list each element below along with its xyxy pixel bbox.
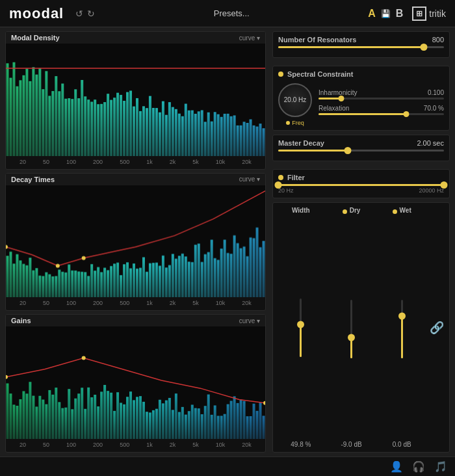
spectral-content: 20.0 Hz Freq Inharmonicity 0.100 [278, 83, 444, 126]
decay-times-chart: 20 50 100 200 500 1k 2k 5k 10k 20k [6, 185, 265, 308]
resonators-label: Number Of Resonators [278, 36, 356, 44]
btn-b[interactable]: B [396, 8, 404, 20]
gains-chart: 20 50 100 200 500 1k 2k 5k 10k 20k [6, 326, 265, 449]
resonators-slider-track[interactable] [278, 46, 444, 48]
undo-icon[interactable]: ↺ [75, 8, 83, 19]
resonators-slider-thumb[interactable] [421, 44, 428, 51]
header: moodal ↺ ↻ Presets... A 💾 B ⊞ tritik [0, 0, 455, 27]
filter-section: Filter 20 Hz 20000 Hz [272, 169, 450, 198]
redo-icon[interactable]: ↻ [87, 8, 95, 19]
resonators-value: 800 [418, 36, 444, 44]
tritik-label: tritik [429, 8, 446, 19]
freq-label-100: 100 [66, 159, 76, 165]
footer: 👤 🎧 🎵 [0, 456, 455, 476]
gains-curve[interactable]: curve ▾ [239, 317, 260, 324]
dry-led [343, 209, 347, 214]
inharmonicity-slider-track[interactable] [318, 98, 444, 99]
wet-led-label: Wet [393, 207, 411, 217]
footer-icon-2[interactable]: 🎧 [412, 460, 425, 473]
decay-times-panel: Decay Times curve ▾ 20 50 100 200 500 1k… [5, 173, 266, 311]
relaxation-label: Relaxation [318, 105, 349, 112]
tritik-box: ⊞ [412, 7, 426, 21]
wet-fader-thumb[interactable] [398, 312, 406, 319]
tritik-logo: ⊞ tritik [412, 7, 446, 21]
wet-fader-track[interactable] [401, 300, 403, 358]
resonators-section: Number Of Resonators 800 [272, 31, 450, 58]
filter-label: Filter [287, 174, 305, 181]
modal-density-canvas [6, 44, 265, 156]
gains-freq-labels: 20 50 100 200 500 1k 2k 5k 10k 20k [6, 442, 265, 448]
decay-times-canvas [6, 185, 265, 298]
footer-icon-1[interactable]: 👤 [390, 460, 403, 473]
master-decay-row: Master Decay 2.00 sec [278, 139, 444, 147]
master-decay-slider-thumb[interactable] [344, 147, 352, 154]
decay-times-freq-labels: 20 50 100 200 500 1k 2k 5k 10k 20k [6, 300, 265, 306]
ab-section: A 💾 B [368, 8, 403, 20]
wet-fader-fill [401, 316, 403, 358]
width-fader-track[interactable] [300, 298, 302, 357]
inharmonicity-slider-thumb[interactable] [338, 96, 344, 101]
freq-label-500: 500 [120, 159, 129, 165]
freq-label-2k: 2k [170, 159, 176, 165]
filter-led[interactable] [278, 175, 283, 180]
freq-label-1k: 1k [146, 159, 153, 165]
presets-button[interactable]: Presets... [214, 8, 250, 18]
filter-slider-track[interactable] [278, 184, 444, 186]
relaxation-slider-thumb[interactable] [404, 111, 410, 117]
filter-low-thumb[interactable] [275, 181, 282, 189]
spectral-led[interactable] [278, 72, 283, 77]
decay-times-header: Decay Times curve ▾ [6, 174, 265, 185]
freq-label-50: 50 [43, 159, 49, 165]
left-panels: Modal Density curve ▾ 20 50 100 200 500 … [0, 27, 270, 456]
resonators-slider-fill [278, 46, 424, 48]
wet-label: Wet [400, 207, 411, 214]
dry-fader-group: Dry -9.0 dB [329, 207, 374, 448]
gains-canvas [6, 326, 265, 439]
relaxation-slider-track[interactable] [318, 113, 444, 115]
width-value: 49.8 % [291, 441, 311, 448]
spectral-label: Spectral Constraint [287, 70, 353, 78]
freq-label-text: Freq [292, 120, 304, 126]
width-label: Width [292, 207, 310, 214]
gains-header: Gains curve ▾ [6, 315, 265, 326]
modal-density-freq-labels: 20 50 100 200 500 1k 2k 5k 10k 20k [6, 159, 265, 165]
inharmonicity-value: 0.100 [419, 89, 444, 96]
freq-knob[interactable]: 20.0 Hz [278, 83, 312, 117]
width-fader-thumb[interactable] [297, 321, 304, 328]
spectral-sliders: Inharmonicity 0.100 Relaxation 70.0 % [318, 89, 444, 120]
decay-times-curve[interactable]: curve ▾ [239, 176, 260, 183]
width-fader-fill [300, 324, 302, 357]
width-fader-group: Width 49.8 % [278, 207, 324, 448]
filter-range: 20 Hz 20000 Hz [278, 187, 444, 194]
relaxation-slider-fill [318, 113, 406, 115]
wet-led [393, 209, 397, 214]
filter-high-label: 20000 Hz [419, 187, 444, 194]
dry-fader-track[interactable] [350, 300, 352, 358]
dry-led-label: Dry [343, 207, 361, 217]
freq-label-20k: 20k [242, 159, 252, 165]
inharmonicity-label: Inharmonicity [318, 89, 357, 96]
modal-density-chart: 20 50 100 200 500 1k 2k 5k 10k 20k [6, 44, 265, 166]
wet-value: 0.0 dB [393, 441, 411, 448]
modal-density-curve[interactable]: curve ▾ [239, 34, 260, 42]
link-icon[interactable]: 🔗 [430, 321, 444, 335]
footer-icon-3[interactable]: 🎵 [434, 460, 447, 473]
freq-knob-area: 20.0 Hz Freq [278, 83, 312, 126]
bottom-row: Width 49.8 % Dry [278, 207, 444, 448]
modal-density-title: Modal Density [11, 34, 60, 42]
gains-panel: Gains curve ▾ 20 50 100 200 500 1k 2k 5k… [5, 314, 266, 453]
save-icon[interactable]: 💾 [381, 9, 391, 18]
freq-knob-value: 20.0 Hz [284, 96, 306, 104]
app-container: moodal ↺ ↻ Presets... A 💾 B ⊞ tritik Mod… [0, 0, 455, 476]
filter-slider-fill [278, 184, 444, 186]
filter-high-thumb[interactable] [441, 181, 448, 189]
btn-a[interactable]: A [368, 8, 376, 20]
main-area: Modal Density curve ▾ 20 50 100 200 500 … [0, 27, 455, 456]
freq-label-20: 20 [20, 159, 26, 165]
dry-fader-thumb[interactable] [348, 334, 355, 341]
width-fader-container [278, 217, 324, 438]
inharmonicity-row: Inharmonicity 0.100 [318, 89, 444, 96]
modal-density-header: Modal Density curve ▾ [6, 32, 265, 44]
master-decay-slider-track[interactable] [278, 150, 444, 152]
freq-label-5k: 5k [192, 159, 199, 165]
